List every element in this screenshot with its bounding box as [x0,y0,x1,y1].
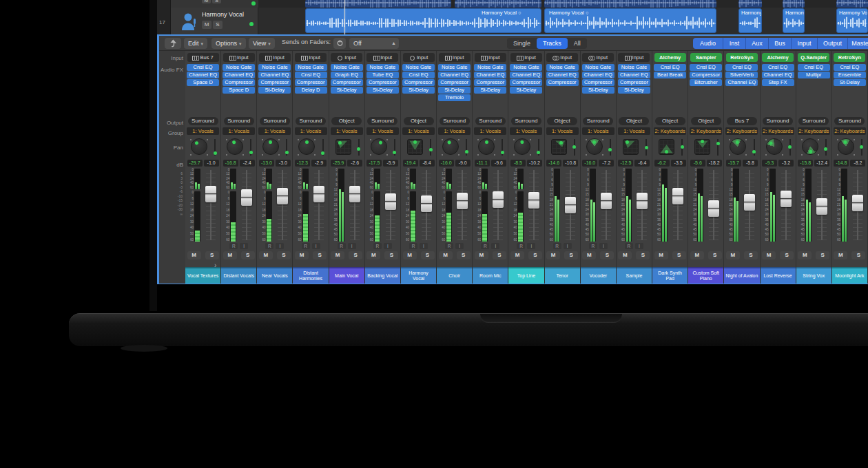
solo-button[interactable]: S [851,251,865,259]
input-monitor-button[interactable]: I [420,243,428,249]
pan-depth-slider[interactable] [717,139,719,156]
volume-fader[interactable] [420,169,433,242]
input-slot-button[interactable]: RetroSyn [834,53,865,62]
fx-plugin-button[interactable]: Tremolo [438,94,471,101]
group-slot-button[interactable]: 1: Vocals [510,127,542,135]
solo-button[interactable]: S [313,251,327,259]
fader-cap[interactable] [457,193,468,209]
gain-value[interactable]: -14.6 [546,160,561,167]
fx-plugin-button[interactable]: Ensemble [834,72,866,78]
fader-cap[interactable] [528,192,539,209]
fx-plugin-button[interactable]: Step FX [762,79,794,86]
group-slot-button[interactable]: 1: Vocals [331,127,363,135]
mute-button[interactable]: M [366,251,380,259]
input-slot-button[interactable]: Input [366,53,398,62]
gain-value[interactable]: -17.5 [366,160,382,167]
group-slot-button[interactable]: 1: Vocals [402,127,435,135]
fader-cap[interactable] [781,191,792,207]
output-slot-button[interactable]: Surround [440,117,470,125]
input-slot-button[interactable]: Input [223,53,255,62]
group-slot-button[interactable]: 2: Keyboards [654,127,686,135]
fader-cap[interactable] [852,195,863,211]
solo-button[interactable]: S [277,251,291,259]
pan-depth-slider[interactable] [394,139,395,156]
fx-plugin-button[interactable]: Channel EQ [582,72,614,78]
input-slot-button[interactable]: Input [618,53,650,62]
volume-fader[interactable] [635,169,649,242]
fx-plugin-button[interactable]: Channel EQ [546,72,579,78]
fx-plugin-button[interactable]: Noise Gate [510,64,542,71]
gain-value[interactable]: -13.0 [259,160,274,167]
fx-plugin-button[interactable]: Compressor [258,79,291,86]
peak-value[interactable]: -2.4 [240,160,255,167]
fx-plugin-button[interactable]: Cnsl EQ [762,64,794,71]
fx-plugin-button[interactable]: St-Delay [834,79,866,86]
volume-fader[interactable] [851,169,865,242]
audio-region[interactable] [783,0,805,8]
volume-fader[interactable] [276,169,289,242]
record-enable-button[interactable]: R [445,243,453,249]
solo-button[interactable]: S [212,0,221,3]
gain-value[interactable]: -19.4 [403,160,418,167]
input-monitor-button[interactable]: I [455,243,464,249]
track-name-tab[interactable]: Top Line [508,267,544,284]
peak-value[interactable]: -8.2 [850,160,865,167]
track-name-tab[interactable]: Room Mic [473,267,508,284]
fx-plugin-button[interactable]: St-Delay [438,87,471,94]
mute-button[interactable]: M [510,251,524,259]
fx-plugin-button[interactable]: Bitcrusher [690,79,722,86]
gain-value[interactable]: -16.8 [223,160,238,167]
fx-plugin-button[interactable]: Multipr [798,72,830,78]
record-enable-button[interactable]: R [265,243,273,249]
input-slot-button[interactable]: Q-Sampler [798,53,829,62]
volume-fader[interactable] [707,169,721,242]
input-monitor-button[interactable]: I [348,243,356,249]
peak-value[interactable]: -3.5 [671,160,686,167]
input-slot-button[interactable]: Alchemy [762,53,794,62]
group-slot-button[interactable]: 1: Vocals [258,127,291,135]
input-monitor-button[interactable]: I [491,243,499,249]
fx-plugin-button[interactable]: Space D [187,79,219,86]
fx-plugin-button[interactable]: Noise Gate [366,64,399,71]
fx-plugin-button[interactable]: Cnsl EQ [187,64,219,71]
pan-depth-slider[interactable] [574,139,575,156]
audio-region[interactable] [544,0,716,8]
output-slot-button[interactable]: Object [547,117,577,125]
track-name-tab[interactable]: Backing Vocal [365,267,400,284]
solo-button[interactable]: S [493,251,506,259]
pan-depth-slider[interactable] [322,139,324,156]
detach-window-button[interactable] [165,38,181,49]
filter-inst[interactable]: Inst [723,38,746,49]
mute-button[interactable]: M [582,251,596,259]
fader-cap[interactable] [421,195,432,212]
input-monitor-button[interactable]: I [276,243,284,249]
mute-button[interactable]: M [202,21,211,29]
fx-plugin-button[interactable]: Channel EQ [762,72,794,78]
solo-button[interactable]: S [205,251,219,259]
mute-button[interactable]: M [654,251,668,259]
mute-button[interactable]: M [798,251,812,259]
input-slot-button[interactable]: Input [331,53,362,62]
fx-plugin-button[interactable]: St-Delay [258,87,291,94]
output-slot-button[interactable]: Object [619,117,649,125]
track-name-tab[interactable]: Near Vocals [257,267,292,284]
gain-value[interactable]: -25.9 [331,160,346,167]
input-monitor-button[interactable]: I [240,243,248,249]
pan-depth-slider[interactable] [502,139,503,156]
filter-bus[interactable]: Bus [769,38,792,49]
audio-region[interactable]: Harmony Vocal [783,8,805,33]
pan-depth-slider[interactable] [430,139,431,156]
gain-value[interactable]: -12.5 [618,160,633,167]
fx-plugin-button[interactable]: Channel EQ [258,72,291,78]
pan-knob[interactable] [191,138,207,155]
group-slot-button[interactable]: 1: Vocals [223,127,255,135]
filter-mastervca[interactable]: Master/VCA [848,38,868,49]
mute-button[interactable]: M [331,251,344,259]
gain-value[interactable]: -9.3 [762,160,777,167]
fx-plugin-button[interactable]: Noise Gate [295,64,327,71]
group-slot-button[interactable]: 1: Vocals [582,127,614,135]
record-enable-button[interactable]: R [589,243,597,249]
volume-fader[interactable] [779,169,793,242]
pan-depth-slider[interactable] [789,139,791,156]
surround-pan-pad[interactable] [551,139,567,155]
